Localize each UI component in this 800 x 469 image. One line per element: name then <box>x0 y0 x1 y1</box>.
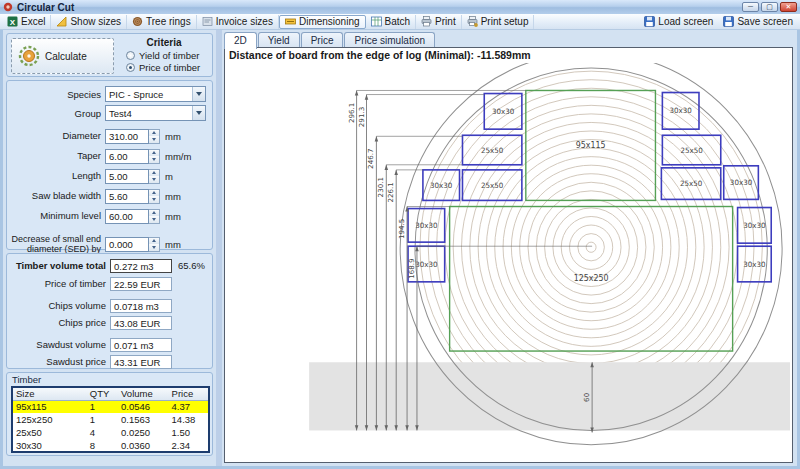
tab-2d[interactable]: 2D <box>224 32 257 49</box>
radio-icon[interactable] <box>126 51 135 60</box>
board-label: 30x30 <box>743 221 766 230</box>
toolbar-button-label: Invoice sizes <box>216 16 273 27</box>
toolbar-button-dimensioning[interactable]: Dimensioning <box>279 15 366 29</box>
floppy-icon <box>723 16 734 27</box>
table-cell: 95x115 <box>12 400 87 413</box>
toolbar-button-batch[interactable]: Batch <box>366 15 417 29</box>
table-row[interactable]: 125x25010.156314.38 <box>12 413 209 426</box>
close-button[interactable]: ✕ <box>780 2 797 12</box>
spinner-down-button[interactable] <box>149 244 159 251</box>
table-cell: 0.0546 <box>118 400 169 413</box>
print-setup-icon <box>467 16 478 27</box>
toolbar-button-invoice-sizes[interactable]: Invoice sizes <box>197 15 279 29</box>
spinner-down-icon <box>152 246 156 249</box>
toolbar-button-excel[interactable]: XExcel <box>2 15 51 29</box>
spinner <box>149 237 160 252</box>
field-row-taper: Taper6.00mm/m <box>7 148 212 164</box>
spinner-down-button[interactable] <box>149 156 159 163</box>
result-label: Sawdust volume <box>7 339 110 350</box>
result-percentage: 65.6% <box>178 260 205 271</box>
board-label: 25x50 <box>481 145 504 154</box>
table-cell: 8 <box>87 439 118 452</box>
result-label: Timber volume total <box>7 260 110 271</box>
toolbar-button-print-setup[interactable]: Print setup <box>462 15 535 29</box>
spinner <box>149 149 160 164</box>
result-value: 0.0718 m3 <box>110 299 172 313</box>
field-input-minimum-level[interactable]: 60.00 <box>105 209 149 224</box>
criteria-groupbox: Calculate Criteria Yield of timberPrice … <box>6 33 213 77</box>
spinner-down-button[interactable] <box>149 196 159 203</box>
radio-option-yield-of-timber[interactable]: Yield of timber <box>116 49 212 61</box>
toolbar-button-tree-rings[interactable]: Tree rings <box>127 15 197 29</box>
print-icon <box>421 16 432 27</box>
board-label: 30x30 <box>730 178 753 187</box>
spinner <box>149 129 160 144</box>
radio-label: Price of timber <box>139 62 200 73</box>
calculate-button[interactable]: Calculate <box>11 38 114 74</box>
spinner-down-button[interactable] <box>149 136 159 143</box>
field-input-diameter[interactable]: 310.00 <box>105 129 149 144</box>
field-label: Saw blade width <box>7 191 105 201</box>
field-label: Decrease of small end diameter (SED) by <box>7 234 105 254</box>
spinner <box>149 209 160 224</box>
board-label: 30x30 <box>415 221 438 230</box>
maximize-button[interactable]: ▢ <box>761 2 778 12</box>
chevron-down-icon[interactable] <box>192 106 205 120</box>
invoice-sizes-icon <box>202 16 213 27</box>
app-window: Circular Cut ─ ▢ ✕ XExcelShow sizesTree … <box>0 0 800 469</box>
board-label: 25x50 <box>481 181 504 190</box>
field-input-decrease-of-small-end-diameter-sed-by[interactable]: 0.000 <box>105 237 149 252</box>
board-label: 30x30 <box>492 107 515 116</box>
result-label: Price of timber <box>7 278 110 289</box>
canvas-title: Distance of board from the edge of log (… <box>225 48 792 63</box>
table-cell: 30x30 <box>12 439 87 452</box>
result-row-price-of-timber: Price of timber22.59 EUR <box>7 276 212 291</box>
group-value: Test4 <box>106 106 192 120</box>
radio-icon[interactable] <box>126 63 135 72</box>
show-sizes-icon <box>56 16 67 27</box>
app-icon <box>3 2 13 12</box>
dimension-label: 296.1 <box>347 103 356 123</box>
toolbar-button-label: Print setup <box>481 16 529 27</box>
toolbar-button-label: Load screen <box>658 16 713 27</box>
toolbar-button-print[interactable]: Print <box>416 15 462 29</box>
table-cell: 1 <box>87 400 118 413</box>
spinner-down-button[interactable] <box>149 216 159 223</box>
field-unit: mm/m <box>165 151 191 162</box>
spinner-down-icon <box>152 218 156 221</box>
result-value: 0.272 m3 <box>110 259 172 273</box>
toolbar-button-load-screen[interactable]: Load screen <box>639 15 718 29</box>
result-label: Chips volume <box>7 300 110 311</box>
table-row[interactable]: 25x5040.02501.50 <box>12 426 209 439</box>
log-diagram: 30x3095x11530x3025x5025x5030x3025x5025x5… <box>225 63 792 462</box>
species-select[interactable]: PIC - Spruce <box>105 86 206 102</box>
field-input-saw-blade-width[interactable]: 5.60 <box>105 189 149 204</box>
table-row[interactable]: 30x3080.03602.34 <box>12 439 209 452</box>
table-cell: 14.38 <box>169 413 209 426</box>
timber-groupbox: Timber SizeQTYVolumePrice 95x11510.05464… <box>6 372 213 456</box>
toolbar: XExcelShow sizesTree ringsInvoice sizesD… <box>0 14 800 30</box>
group-select[interactable]: Test4 <box>105 105 206 121</box>
board-label: 30x30 <box>430 181 453 190</box>
field-row-length: Length5.00m <box>7 168 212 184</box>
spinner-down-button[interactable] <box>149 176 159 183</box>
toolbar-button-show-sizes[interactable]: Show sizes <box>51 15 127 29</box>
field-input-taper[interactable]: 6.00 <box>105 149 149 164</box>
toolbar-button-save-screen[interactable]: Save screen <box>718 15 798 29</box>
result-row-sawdust-price: Sawdust price43.31 EUR <box>7 354 212 369</box>
dimension-label: 60 <box>582 393 591 402</box>
field-unit: m <box>165 171 173 182</box>
criteria-title: Criteria <box>116 37 212 48</box>
spinner-up-icon <box>152 131 156 134</box>
field-rows: Diameter310.00mmTaper6.00mm/mLength5.00m… <box>7 128 212 255</box>
column-header-price: Price <box>169 387 209 400</box>
radio-option-price-of-timber[interactable]: Price of timber <box>116 61 212 73</box>
minimize-button[interactable]: ─ <box>742 2 759 12</box>
result-value: 22.59 EUR <box>110 277 172 291</box>
table-row[interactable]: 95x11510.05464.37 <box>12 400 209 413</box>
field-input-length[interactable]: 5.00 <box>105 169 149 184</box>
dimension-label: 226.1 <box>386 182 395 202</box>
chevron-down-icon[interactable] <box>192 87 205 101</box>
timber-table: SizeQTYVolumePrice 95x11510.05464.37125x… <box>11 386 210 453</box>
table-cell: 0.1563 <box>118 413 169 426</box>
